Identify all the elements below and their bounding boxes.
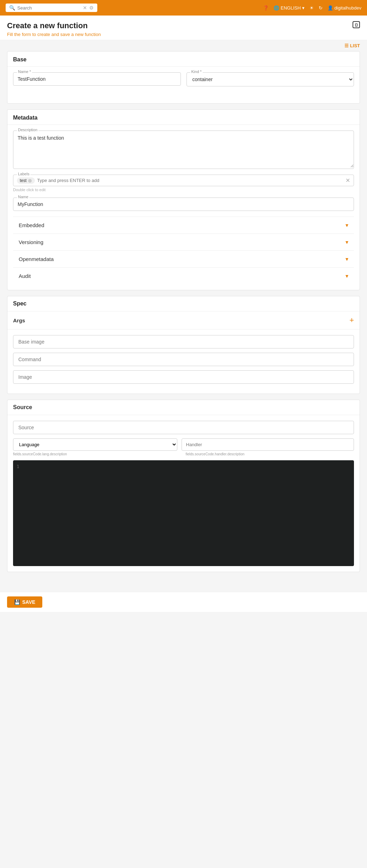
main-content: Base Name * Kind * container python bbox=[0, 51, 367, 592]
base-section-title: Base bbox=[7, 51, 360, 67]
page-header: Create a new function Fill the form to c… bbox=[0, 16, 367, 40]
openmetadata-label: Openmetadata bbox=[19, 256, 54, 262]
name-input[interactable] bbox=[13, 73, 181, 85]
page-subtitle: Fill the form to create and save a new f… bbox=[7, 32, 101, 37]
search-input[interactable] bbox=[17, 5, 81, 11]
kind-field-wrapper: Kind * container python dbt nefertem bbox=[186, 72, 354, 86]
args-body bbox=[7, 329, 360, 394]
description-field-group: Description bbox=[13, 130, 354, 169]
add-arg-button[interactable]: + bbox=[349, 316, 354, 325]
list-link-bar: ☰ LIST bbox=[0, 40, 367, 51]
source-body: Language Python JavaScript fields.source… bbox=[7, 415, 360, 572]
field-descs: fields.sourceCode.lang.description field… bbox=[13, 452, 354, 456]
kind-label: Kind * bbox=[190, 69, 203, 74]
chip-clear-icon[interactable]: ✕ bbox=[345, 177, 350, 184]
metadata-name-input[interactable] bbox=[13, 198, 354, 211]
language-select[interactable]: Language Python JavaScript bbox=[13, 439, 177, 450]
labels-label: Labels bbox=[17, 172, 30, 176]
description-textarea[interactable] bbox=[13, 131, 354, 168]
handler-input[interactable] bbox=[182, 438, 354, 451]
topnav: 🔍 ✕ ⚙ ❓ 🌐 ENGLISH ▾ ☀ ↻ 👤 digitalhubdev bbox=[0, 0, 367, 16]
collapsible-audit: Audit ▾ bbox=[13, 267, 354, 284]
list-link[interactable]: ☰ LIST bbox=[344, 43, 360, 48]
metadata-name-field-wrapper: Name bbox=[13, 198, 354, 211]
embedded-chevron-icon: ▾ bbox=[345, 222, 348, 229]
openmetadata-header[interactable]: Openmetadata ▾ bbox=[13, 251, 354, 267]
labels-chip-wrapper[interactable]: Labels test ⊗ ✕ bbox=[13, 175, 354, 186]
args-title: Args bbox=[13, 317, 25, 323]
audit-header[interactable]: Audit ▾ bbox=[13, 268, 354, 284]
versioning-chevron-icon: ▾ bbox=[345, 239, 348, 245]
spec-section: Spec Args + bbox=[7, 296, 360, 394]
metadata-name-field-group: Name bbox=[13, 198, 354, 211]
metadata-section-body: Description Labels test ⊗ ✕ Double click… bbox=[7, 125, 360, 290]
metadata-name-label: Name bbox=[17, 195, 29, 199]
code-editor[interactable]: 1 bbox=[13, 460, 354, 566]
args-header: Args + bbox=[7, 311, 360, 329]
base-section: Base Name * Kind * container python bbox=[7, 51, 360, 104]
topnav-right: ❓ 🌐 ENGLISH ▾ ☀ ↻ 👤 digitalhubdev bbox=[263, 5, 361, 11]
kind-select[interactable]: container python dbt nefertem bbox=[187, 73, 354, 86]
command-input[interactable] bbox=[13, 353, 354, 366]
spec-section-title: Spec bbox=[7, 296, 360, 311]
audit-chevron-icon: ▾ bbox=[345, 273, 348, 279]
json-icon[interactable]: {} bbox=[353, 21, 360, 28]
save-bar: 💾 SAVE bbox=[0, 592, 367, 612]
openmetadata-chevron-icon: ▾ bbox=[345, 256, 348, 262]
save-icon: 💾 bbox=[14, 599, 20, 605]
chip-close-icon[interactable]: ⊗ bbox=[28, 178, 32, 183]
metadata-section: Metadata Description Labels test ⊗ bbox=[7, 109, 360, 290]
search-icon: 🔍 bbox=[9, 5, 15, 11]
base-section-body: Name * Kind * container python dbt nefer… bbox=[7, 67, 360, 103]
kind-field-group: Kind * container python dbt nefertem bbox=[186, 72, 354, 86]
filter-icon[interactable]: ⚙ bbox=[89, 5, 94, 11]
collapsible-openmetadata: Openmetadata ▾ bbox=[13, 250, 354, 267]
chip-hint: Double click to edit bbox=[13, 188, 354, 192]
language-select-wrapper: Language Python JavaScript bbox=[13, 438, 177, 451]
labels-field-group: Labels test ⊗ ✕ bbox=[13, 175, 354, 186]
handler-desc: fields.sourceCode.handler.description bbox=[186, 452, 354, 456]
versioning-label: Versioning bbox=[19, 239, 43, 245]
label-chip: test ⊗ bbox=[17, 177, 35, 184]
metadata-section-title: Metadata bbox=[7, 110, 360, 125]
source-section-title: Source bbox=[7, 400, 360, 415]
theme-icon[interactable]: ☀ bbox=[310, 5, 314, 11]
save-button[interactable]: 💾 SAVE bbox=[7, 596, 42, 608]
image-input[interactable] bbox=[13, 370, 354, 384]
args-section: Args + bbox=[7, 311, 360, 394]
line-numbers: 1 bbox=[17, 464, 19, 563]
description-label: Description bbox=[17, 128, 38, 132]
embedded-header[interactable]: Embedded ▾ bbox=[13, 217, 354, 233]
audit-label: Audit bbox=[19, 273, 31, 279]
collapsible-embedded: Embedded ▾ bbox=[13, 217, 354, 233]
lang-handler-row: Language Python JavaScript bbox=[13, 438, 354, 451]
base-form-row: Name * Kind * container python dbt nefer… bbox=[13, 72, 354, 92]
search-bar[interactable]: 🔍 ✕ ⚙ bbox=[6, 4, 97, 12]
refresh-icon[interactable]: ↻ bbox=[319, 5, 323, 11]
base-image-input[interactable] bbox=[13, 335, 354, 348]
help-icon[interactable]: ❓ bbox=[263, 5, 269, 11]
versioning-header[interactable]: Versioning ▾ bbox=[13, 234, 354, 250]
description-field-wrapper: Description bbox=[13, 130, 354, 169]
code-textarea[interactable] bbox=[24, 464, 350, 563]
lang-desc: fields.sourceCode.lang.description bbox=[13, 452, 182, 456]
list-icon: ☰ bbox=[344, 43, 349, 48]
page-title: Create a new function bbox=[7, 21, 101, 30]
clear-search-icon[interactable]: ✕ bbox=[83, 5, 87, 11]
chip-input[interactable] bbox=[37, 178, 343, 183]
source-input[interactable] bbox=[13, 421, 354, 434]
name-field-group: Name * bbox=[13, 72, 181, 86]
embedded-label: Embedded bbox=[19, 222, 44, 228]
collapsible-versioning: Versioning ▾ bbox=[13, 233, 354, 250]
collapsibles: Embedded ▾ Versioning ▾ Openmetadata ▾ bbox=[13, 217, 354, 284]
name-field-wrapper: Name * bbox=[13, 72, 181, 86]
user-avatar[interactable]: 👤 digitalhubdev bbox=[328, 5, 361, 11]
lang-selector[interactable]: 🌐 ENGLISH ▾ bbox=[274, 5, 304, 11]
name-label: Name * bbox=[17, 69, 32, 74]
source-section: Source Language Python JavaScript fields… bbox=[7, 400, 360, 572]
